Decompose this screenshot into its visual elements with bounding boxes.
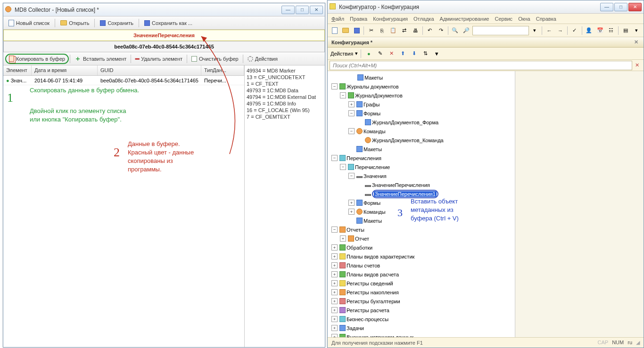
menu-config[interactable]: Конфигурация [373,16,408,22]
col-element[interactable]: Элемент [3,65,32,75]
add-icon[interactable]: ● [364,49,373,58]
collapse-icon[interactable]: − [348,128,355,134]
tree-item[interactable]: +Отчет [328,234,515,243]
expand-icon[interactable]: + [331,244,338,251]
tree-item[interactable]: ЖурналДокументов_Команда [328,136,515,145]
insert-element-button[interactable]: ＋Вставить элемент [71,54,130,64]
tree-search-input[interactable] [330,61,632,70]
undo-icon[interactable]: ↶ [425,25,435,36]
tree-item[interactable]: +Планы видов расчета [328,270,515,279]
menu-file[interactable]: Файл [331,16,344,22]
tree-item[interactable]: +Планы счетов [328,261,515,270]
collapse-icon[interactable]: − [340,92,346,98]
menu-service[interactable]: Сервис [495,16,512,22]
clear-buffer-button[interactable]: Очистить буфер [188,54,242,64]
tree-item[interactable]: +Задачи [328,324,515,332]
expand-icon[interactable]: + [348,200,355,206]
compare-icon[interactable]: ⇄ [399,25,409,36]
calendar-icon[interactable]: 📅 [595,25,605,36]
expand-icon[interactable]: + [331,334,338,337]
redo-icon[interactable]: ↷ [436,25,446,36]
new-list-button[interactable]: Новый список [5,18,53,28]
expand-icon[interactable]: + [348,209,355,215]
wand-icon[interactable]: ✎ [375,49,385,58]
tree-item[interactable]: +Внешние источники данных [328,332,515,337]
tree-item[interactable]: +Регистры расчета [328,306,515,315]
menu-help[interactable]: Справка [536,16,556,22]
forward-icon[interactable]: → [555,25,565,36]
expand-icon[interactable]: + [331,316,338,322]
search-field[interactable] [472,26,529,35]
close-button[interactable]: ✕ [628,3,642,11]
config-tree[interactable]: Макеты −Журналы документов −ЖурналДокуме… [328,71,515,337]
tree-item[interactable]: +Планы видов характеристик [328,252,515,261]
tree-item[interactable]: +Бизнес-процессы [328,315,515,324]
menu-debug[interactable]: Отладка [413,16,434,22]
filter-icon[interactable]: ▼ [432,49,441,58]
role-icon[interactable]: 👤 [584,25,594,36]
tree-item[interactable]: ЗначениеПеречисления [328,180,515,189]
tree-item[interactable]: −ЖурналДокументов [328,91,515,100]
collapse-icon[interactable]: − [340,164,346,170]
minimize-button[interactable]: — [600,3,613,11]
expand-icon[interactable]: + [331,271,338,277]
copy-icon[interactable]: ⎘ [377,25,387,36]
down-icon[interactable]: ⬇ [409,49,419,58]
collapse-icon[interactable]: − [331,83,338,89]
collapse-icon[interactable]: − [331,227,338,233]
save-button[interactable]: Сохранить [97,18,137,28]
sort-icon[interactable]: ⇅ [421,49,430,58]
paste-icon[interactable]: 📋 [388,25,398,36]
actions-label[interactable]: Действия [330,51,353,57]
search-icon[interactable]: 🔎 [461,25,471,36]
maximize-button[interactable]: □ [296,6,309,14]
tree-item[interactable]: Макеты [328,145,515,154]
expand-icon[interactable]: + [331,325,338,331]
resize-grip-icon[interactable]: ◢ [636,340,640,346]
expand-icon[interactable]: + [331,253,338,259]
expand-icon[interactable]: + [340,235,346,242]
open-button[interactable]: Открыть [57,18,92,28]
tree-item[interactable]: −Значения [328,171,515,180]
expand-icon[interactable]: + [331,262,338,268]
tree-item[interactable]: +Регистры сведений [328,279,515,288]
tree-item[interactable]: ЖурналДокументов_Форма [328,118,515,127]
menu-edit[interactable]: Правка [350,16,367,22]
more-icon[interactable]: ▾ [631,25,641,36]
tree-item[interactable]: −Команды [328,127,515,136]
tree-item[interactable]: +Графы [328,100,515,109]
menu-windows[interactable]: Окна [518,16,530,22]
expand-icon[interactable]: + [331,280,338,286]
tree-item[interactable]: −Отчеты [328,225,515,234]
expand-icon[interactable]: + [348,101,355,107]
collapse-icon[interactable]: − [331,155,338,161]
expand-icon[interactable]: + [331,298,338,304]
delete-element-button[interactable]: ━Удалить элемент [132,54,186,64]
save-as-button[interactable]: Сохранить как ... [141,18,196,28]
cut-icon[interactable]: ✂ [366,25,376,36]
minimize-button[interactable]: — [281,6,295,14]
titlebar[interactable]: Конфигуратор - Конфигурация — □ ✕ [328,0,644,14]
syntax-check-icon[interactable]: ✓ [570,25,579,36]
find-icon[interactable]: 🔍 [450,25,460,36]
tree-item[interactable]: +Регистры бухгалтерии [328,297,515,306]
new-icon[interactable] [330,25,339,36]
col-type[interactable]: ТипДан... [201,65,244,75]
tree-item[interactable]: +Регистры накопления [328,288,515,297]
back-icon[interactable]: ← [544,25,554,36]
expand-icon[interactable]: + [331,307,338,313]
col-guid[interactable]: GUID [98,65,201,75]
search-dropdown[interactable]: ▾ [530,25,540,36]
tree-item[interactable]: −Формы [328,109,515,118]
up-icon[interactable]: ⬆ [398,49,407,58]
tree-item[interactable]: −Перечисление [328,162,515,171]
collapse-icon[interactable]: − [348,173,355,179]
open-icon[interactable] [340,25,350,36]
actions-button[interactable]: Действия [244,54,281,64]
collapse-icon[interactable]: − [348,110,355,116]
props-icon[interactable]: ☷ [606,25,616,36]
col-datetime[interactable]: Дата и время [32,65,98,75]
menu-admin[interactable]: Администрирование [440,16,489,22]
save-icon[interactable] [352,25,362,36]
tree-item[interactable]: Макеты [328,73,515,82]
